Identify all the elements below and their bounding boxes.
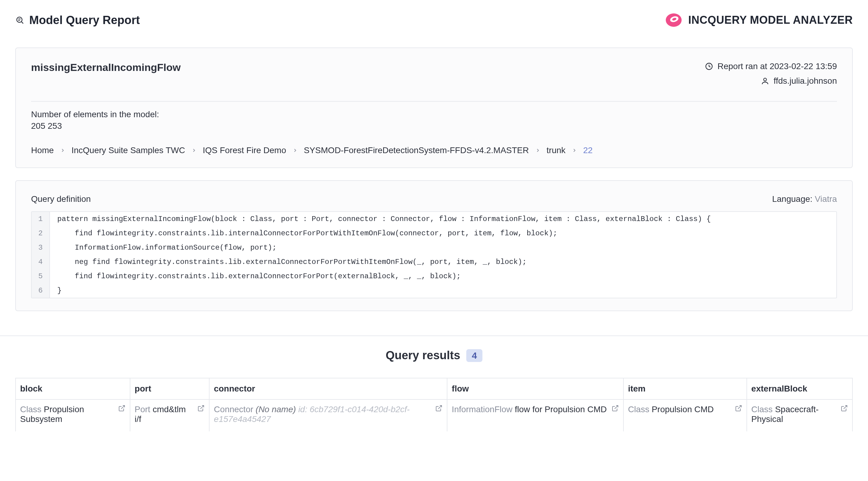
external-link-icon[interactable] <box>841 405 848 412</box>
code-line: 2 find flowintegrity.constraints.lib.int… <box>32 226 836 241</box>
external-link-icon[interactable] <box>435 405 442 412</box>
column-header[interactable]: externalBlock <box>747 378 852 399</box>
chevron-right-icon <box>191 148 197 153</box>
column-header[interactable]: block <box>16 378 130 399</box>
breadcrumb: HomeIncQuery Suite Samples TWCIQS Forest… <box>31 146 837 155</box>
definition-title: Query definition <box>31 194 91 204</box>
svg-point-0 <box>17 17 22 23</box>
external-link-icon[interactable] <box>197 405 205 412</box>
brand: INCQUERY MODEL ANALYZER <box>664 11 853 29</box>
code-text: find flowintegrity.constraints.lib.inter… <box>50 226 565 241</box>
language-value: Viatra <box>815 194 837 204</box>
query-name: missingExternalIncomingFlow <box>31 62 181 73</box>
report-info-panel: missingExternalIncomingFlow Report ran a… <box>15 47 853 168</box>
code-line: 5 find flowintegrity.constraints.lib.ext… <box>32 269 836 283</box>
code-text: } <box>50 283 69 298</box>
element-count-value: 205 253 <box>31 121 837 131</box>
query-definition-panel: Query definition Language: Viatra 1patte… <box>15 180 853 311</box>
brand-name: INCQUERY MODEL ANALYZER <box>688 14 853 27</box>
table-cell: Connector (No name) id: 6cb729f1-c014-42… <box>209 399 447 431</box>
results-title: Query results <box>385 349 460 362</box>
breadcrumb-item[interactable]: SYSMOD-ForestFireDetectionSystem-FFDS-v4… <box>304 146 529 155</box>
table-cell: Class Spacecraft-Physical <box>747 399 852 431</box>
svg-point-8 <box>764 78 766 81</box>
table-row: Class Propulsion SubsystemPort cmd&tlm i… <box>16 399 852 431</box>
chevron-right-icon <box>572 148 577 153</box>
chevron-right-icon <box>60 148 65 153</box>
column-header[interactable]: item <box>623 378 747 399</box>
user-icon <box>761 77 769 85</box>
breadcrumb-item[interactable]: trunk <box>547 146 565 155</box>
breadcrumb-item[interactable]: IncQuery Suite Samples TWC <box>71 146 185 155</box>
search-doc-icon <box>15 15 24 25</box>
cell-text: Class Propulsion CMD <box>628 405 732 414</box>
external-link-icon[interactable] <box>612 405 619 412</box>
line-number: 6 <box>32 283 50 298</box>
code-line: 3 InformationFlow.informationSource(flow… <box>32 241 836 255</box>
line-number: 2 <box>32 226 50 241</box>
chevron-right-icon <box>535 148 540 153</box>
cell-text: InformationFlow flow for Propulsion CMD <box>452 405 609 414</box>
code-block: 1pattern missingExternalIncomingFlow(blo… <box>31 211 837 298</box>
results-header: Query results 4 <box>15 336 853 378</box>
code-line: 1pattern missingExternalIncomingFlow(blo… <box>32 212 836 226</box>
external-link-icon[interactable] <box>735 405 742 412</box>
clock-icon <box>705 62 713 71</box>
code-text: neg find flowintegrity.constraints.lib.e… <box>50 255 534 269</box>
report-timestamp: Report ran at 2023-02-22 13:59 <box>705 62 837 71</box>
table-cell: Class Propulsion CMD <box>623 399 747 431</box>
page-title: Model Query Report <box>29 14 140 27</box>
column-header[interactable]: port <box>130 378 209 399</box>
brand-logo-icon <box>664 11 683 29</box>
cell-text: Connector (No name) id: 6cb729f1-c014-42… <box>214 405 432 424</box>
divider <box>31 101 837 102</box>
code-text: pattern missingExternalIncomingFlow(bloc… <box>50 212 718 226</box>
results-table: blockportconnectorflowitemexternalBlock … <box>15 378 853 431</box>
breadcrumb-item[interactable]: Home <box>31 146 54 155</box>
breadcrumb-item[interactable]: 22 <box>583 146 593 155</box>
line-number: 3 <box>32 241 50 255</box>
code-line: 6} <box>32 283 836 298</box>
cell-text: Class Spacecraft-Physical <box>751 405 838 424</box>
cell-text: Port cmd&tlm i/f <box>135 405 194 424</box>
line-number: 4 <box>32 255 50 269</box>
results-count-badge: 4 <box>466 349 483 362</box>
element-count-label: Number of elements in the model: <box>31 109 837 119</box>
table-cell: Class Propulsion Subsystem <box>16 399 130 431</box>
column-header[interactable]: connector <box>209 378 447 399</box>
user-text: ffds.julia.johnson <box>774 76 837 86</box>
line-number: 5 <box>32 269 50 283</box>
table-cell: InformationFlow flow for Propulsion CMD <box>447 399 623 431</box>
code-line: 4 neg find flowintegrity.constraints.lib… <box>32 255 836 269</box>
breadcrumb-item[interactable]: IQS Forest Fire Demo <box>203 146 286 155</box>
line-number: 1 <box>32 212 50 226</box>
header: Model Query Report INCQUERY MODEL ANALYZ… <box>15 11 853 29</box>
chevron-right-icon <box>292 148 298 153</box>
column-header[interactable]: flow <box>447 378 623 399</box>
timestamp-text: Report ran at 2023-02-22 13:59 <box>717 62 837 71</box>
title-wrap: Model Query Report <box>15 14 140 27</box>
external-link-icon[interactable] <box>118 405 125 412</box>
code-text: find flowintegrity.constraints.lib.exter… <box>50 269 468 283</box>
report-user: ffds.julia.johnson <box>705 76 837 86</box>
language-label: Language: Viatra <box>772 194 837 204</box>
table-cell: Port cmd&tlm i/f <box>130 399 209 431</box>
code-text: InformationFlow.informationSource(flow, … <box>50 241 284 255</box>
svg-line-1 <box>22 22 24 24</box>
cell-text: Class Propulsion Subsystem <box>20 405 115 424</box>
